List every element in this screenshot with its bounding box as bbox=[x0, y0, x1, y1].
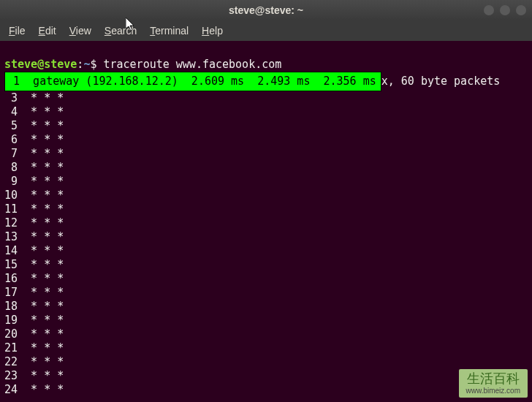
window-title: steve@steve: ~ bbox=[229, 4, 303, 16]
menu-terminal[interactable]: Terminal bbox=[144, 22, 194, 39]
menu-file[interactable]: File bbox=[3, 22, 31, 39]
hop-row: 6 * * * bbox=[4, 133, 528, 147]
menu-search[interactable]: Search bbox=[99, 22, 142, 39]
hop-row: 22 * * * bbox=[4, 355, 528, 369]
close-button[interactable] bbox=[516, 5, 526, 15]
hop-row: 4 * * * bbox=[4, 105, 528, 119]
hop-row: 15 * * * bbox=[4, 258, 528, 272]
hop-row: 18 * * * bbox=[4, 300, 528, 314]
window-controls bbox=[484, 5, 526, 15]
terminal-output[interactable]: steve@steve:~$ traceroute www.facebook.c… bbox=[0, 41, 532, 402]
prompt-user-host: steve@steve bbox=[4, 58, 77, 71]
hop-row: 17 * * * bbox=[4, 286, 528, 300]
watermark-text: 生活百科 bbox=[466, 372, 520, 387]
hop-row: 13 * * * bbox=[4, 230, 528, 244]
window-titlebar: steve@steve: ~ bbox=[0, 0, 532, 20]
menu-bar: File Edit View Search Terminal Help bbox=[0, 20, 532, 41]
hop-row: 8 * * * bbox=[4, 161, 528, 175]
menu-view[interactable]: View bbox=[64, 22, 97, 39]
minimize-button[interactable] bbox=[484, 5, 494, 15]
hop-row: 9 * * * bbox=[4, 175, 528, 189]
hop-row: 7 * * * bbox=[4, 147, 528, 161]
watermark-url: www.bimeiz.com bbox=[466, 387, 520, 395]
hop-row: 16 * * * bbox=[4, 272, 528, 286]
hop-row: 3 * * * bbox=[4, 91, 528, 105]
watermark: 生活百科 www.bimeiz.com bbox=[459, 369, 528, 398]
hop-row: 20 * * * bbox=[4, 327, 528, 341]
hop-row: 10 * * * bbox=[4, 189, 528, 202]
maximize-button[interactable] bbox=[500, 5, 510, 15]
hop-row: 5 * * * bbox=[4, 119, 528, 133]
menu-help[interactable]: Help bbox=[196, 22, 229, 39]
menu-edit[interactable]: Edit bbox=[33, 22, 62, 39]
hop-row: 23 * * * bbox=[4, 369, 528, 383]
hop-row: 12 * * * bbox=[4, 216, 528, 230]
prompt-dollar: $ bbox=[90, 58, 103, 71]
hop-row: 24 * * * bbox=[4, 383, 528, 397]
hop-row: 11 * * * bbox=[4, 202, 528, 216]
info-tail: x, 60 byte packets bbox=[381, 75, 501, 88]
highlighted-hop-row: 1 gateway (192.168.12.2) 2.609 ms 2.493 … bbox=[4, 72, 381, 91]
hops-container: 3 * * * 4 * * * 5 * * * 6 * * * 7 * * * … bbox=[4, 91, 528, 397]
hop-row: 19 * * * bbox=[4, 314, 528, 327]
hop-row: 14 * * * bbox=[4, 244, 528, 258]
hop-row: 21 * * * bbox=[4, 341, 528, 355]
command-text: traceroute www.facebook.com bbox=[103, 58, 281, 71]
